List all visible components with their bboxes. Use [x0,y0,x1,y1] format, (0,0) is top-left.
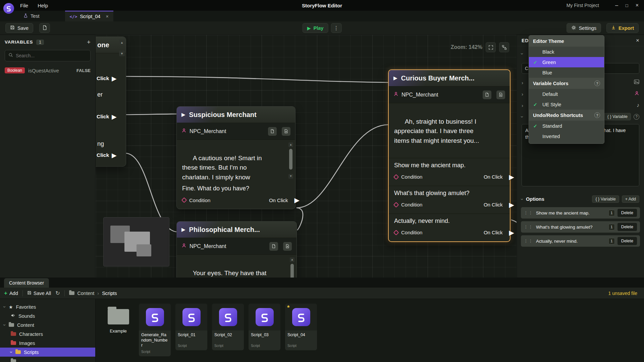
scrollbar[interactable]: ▲ ▼ [288,142,293,179]
menu-item-black[interactable]: Black [529,47,604,57]
asset-script-04[interactable]: * Script_04 Script [285,304,317,350]
condition-icon[interactable] [181,197,187,203]
close-panel-icon[interactable]: × [636,37,639,44]
output-pin[interactable]: ▶ [294,196,300,204]
insert-variable-button[interactable]: { } Variable [592,195,619,203]
tree-item-scripts[interactable]: › Scripts [0,348,95,357]
minimize-icon[interactable]: – [615,3,618,8]
option-row[interactable]: ⋮⋮ What's that glowing amulet? 1 Delete [521,221,640,233]
condition-icon[interactable] [393,202,399,207]
fit-view-button[interactable] [486,42,496,52]
tree-item-content[interactable]: › Content [0,320,95,329]
node-suspicious-merchant[interactable]: ▶ Suspicious Merchant NPC_Merchant A cau… [176,106,296,209]
menu-file[interactable]: File [20,3,28,8]
scroll-thumb[interactable] [289,149,292,170]
insert-variable-button[interactable]: { } Variable [604,113,631,120]
node-header[interactable]: ▶ Curious Buyer Merch... [389,70,510,86]
tab-test[interactable]: Test [19,11,44,21]
dialog-option[interactable]: Fine. What do you have? [177,181,295,193]
help-icon[interactable]: ? [634,114,639,120]
new-script-button[interactable] [39,23,50,33]
menu-item-standard[interactable]: ✓ Standard [529,121,604,131]
menu-item-ue-style[interactable]: ✓ UE Style [529,99,604,110]
duplicate-node-button[interactable] [269,242,278,251]
tree-item-sounds[interactable]: Sounds [0,311,95,320]
scroll-thumb[interactable] [290,264,294,278]
play-button[interactable]: ▶ Play [303,23,328,33]
duplicate-node-button[interactable] [268,127,277,136]
asset-script-03[interactable]: Script_03 Script [249,304,280,350]
export-node-button[interactable] [496,90,505,99]
maximize-icon[interactable]: □ [626,3,628,8]
node-header[interactable]: ▶ Suspicious Merchant [177,107,295,123]
breadcrumb-scripts[interactable]: Scripts [102,291,117,296]
help-icon[interactable]: ? [594,80,600,86]
scroll-up-icon[interactable]: ▲ [288,142,293,147]
output-pin[interactable]: ▶ [112,75,117,82]
content-browser-tab[interactable]: Content Browser [4,278,49,288]
save-all-button[interactable]: Save All [27,291,51,296]
variable-value[interactable]: FALSE [76,68,91,73]
menu-item-blue[interactable]: Blue [529,67,604,78]
drag-handle-icon[interactable]: ⋮⋮ [524,239,533,243]
tree-item-favorites[interactable]: › ★ Favorites [0,302,95,311]
more-options-button[interactable]: ⋮ [331,23,341,33]
settings-button[interactable]: Settings [567,23,601,33]
tree-item-clipped[interactable] [0,357,95,362]
export-node-button[interactable] [283,242,292,251]
tree-item-characters[interactable]: Characters [0,329,95,339]
output-pin[interactable]: ▶ [112,152,117,159]
output-pin[interactable]: ▶ [509,201,514,209]
save-button[interactable]: Save [5,23,33,33]
dialog-option[interactable]: What's that glowing amulet? [389,186,510,198]
tree-item-images[interactable]: Images [0,339,95,348]
chevron-down-icon[interactable]: › [2,306,8,308]
menu-item-default[interactable]: Default [529,89,604,99]
export-node-button[interactable] [282,127,290,136]
variable-row[interactable]: Boolean isQuestActive FALSE [5,67,91,73]
output-pin[interactable]: ▶ [509,229,514,237]
node-header[interactable]: ▶ Philosophical Merch... [177,222,297,238]
preview-thumbnail[interactable] [103,217,169,266]
asset-script-01[interactable]: Script_01 Script [175,304,207,350]
delete-option-button[interactable]: Delete [618,237,637,245]
refresh-icon[interactable]: ↻ [55,290,60,296]
node-clipped-left[interactable]: one ▲ ▼ Click ▶ er Click ▶ ng Click ▶ [96,37,126,167]
delete-option-button[interactable]: Delete [618,223,637,231]
delete-option-button[interactable]: Delete [618,209,637,217]
variable-search[interactable] [5,50,91,61]
dialog-option[interactable]: Actually, never mind. [389,214,510,226]
output-pin[interactable]: ▶ [112,113,117,121]
condition-icon[interactable] [393,230,399,235]
node-philosophical-merchant[interactable]: ▶ Philosophical Merch... NPC_Merchant Yo… [176,221,297,278]
asset-folder-example[interactable]: Example [102,304,134,334]
menu-help[interactable]: Help [38,3,48,8]
option-row[interactable]: ⋮⋮ Show me the ancient map. 1 Delete [521,207,640,219]
scrollbar[interactable]: ▲ [290,257,294,278]
scroll-up-icon[interactable]: ▲ [119,40,125,45]
node-graph-canvas[interactable]: Zoom: 142% one ▲ ▼ Click ▶ er Click ▶ ng… [96,35,517,278]
export-button[interactable]: Export [606,23,639,33]
add-option-button[interactable]: + Add [622,195,639,203]
menu-item-inverted[interactable]: Inverted [529,131,604,141]
asset-script-02[interactable]: Script_02 Script [212,304,244,350]
tab-script-04[interactable]: </> Script_04 × [65,11,113,21]
scroll-down-icon[interactable]: ▼ [119,51,125,56]
drag-handle-icon[interactable]: ⋮⋮ [524,210,533,215]
breadcrumb-content[interactable]: Content [77,291,95,296]
graph-layout-button[interactable] [499,42,509,52]
node-curious-buyer[interactable]: ▶ Curious Buyer Merch... NPC_Merchant Ah… [388,69,511,242]
search-input[interactable] [16,53,87,58]
scroll-up-icon[interactable]: ▲ [290,257,294,262]
duplicate-node-button[interactable] [483,90,491,99]
add-variable-icon[interactable]: + [87,39,91,45]
help-icon[interactable]: ? [594,112,600,118]
scroll-down-icon[interactable]: ▼ [288,174,293,179]
condition-icon[interactable] [393,174,399,180]
menu-item-green[interactable]: ✓ Green [529,57,604,67]
dialog-option[interactable]: Show me the ancient map. [389,158,510,170]
chevron-down-icon[interactable]: › [9,351,14,353]
option-row[interactable]: ⋮⋮ Actually, never mind. 1 Delete [521,235,640,247]
add-asset-button[interactable]: + Add [4,290,18,297]
output-pin[interactable]: ▶ [509,173,514,181]
